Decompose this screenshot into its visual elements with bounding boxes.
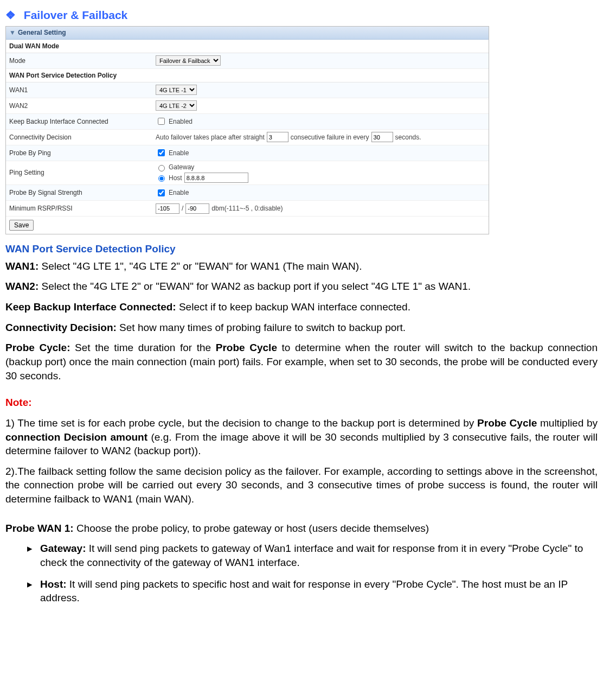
settings-panel: ▼General Setting Dual WAN Mode Mode Fail… [5, 26, 489, 234]
probe-ping-label: Probe By Ping [9, 149, 156, 157]
wan1-label: WAN1 [9, 86, 156, 94]
gw-lead: Gateway: [40, 543, 86, 554]
probe-list: ▸ Gateway: It will send ping packets to … [27, 542, 598, 605]
panel-title: General Setting [18, 29, 66, 36]
wan1-para: WAN1: Select "4G LTE 1", "4G LTE 2" or "… [5, 259, 598, 273]
mode-select[interactable]: Failover & Failback [156, 55, 221, 66]
enabled-text: Enabled [169, 117, 193, 126]
conn-decision-para: Connectivity Decision: Set how many time… [5, 321, 598, 335]
keep-backup-label: Keep Backup Interface Connected [9, 117, 156, 126]
note-2: 2).The failback setting follow the same … [5, 464, 598, 506]
wan1-body: Select "4G LTE 1", "4G LTE 2" or "EWAN" … [39, 260, 362, 272]
conn-decision-label: Connectivity Decision [9, 133, 156, 142]
rsrp-input-b[interactable] [185, 203, 209, 214]
ping-gateway-radio[interactable] [158, 165, 165, 171]
triangle-icon: ▸ [27, 542, 40, 569]
probe-ping-checkbox[interactable] [158, 149, 165, 156]
wan2-body: Select the "4G LTE 2" or "EWAN" for WAN2… [39, 281, 471, 292]
probe-signal-label: Probe By Signal Strength [9, 188, 156, 197]
keep-backup-checkbox[interactable] [158, 118, 165, 125]
wan1-select[interactable]: 4G LTE -1 [156, 85, 197, 95]
pw1-body: Choose the probe policy, to probe gatewa… [74, 523, 429, 534]
conn-dec-pre: Auto failover takes place after straight [156, 133, 265, 142]
pc-lead: Probe Cycle: [5, 342, 70, 353]
conn-dec-post: seconds. [395, 133, 421, 142]
pc-pre: Set the time duration for the [70, 342, 215, 353]
panel-header: ▼General Setting [6, 27, 489, 39]
host-text: Host [169, 174, 182, 182]
collapse-icon[interactable]: ▼ [9, 29, 16, 36]
wan2-para: WAN2: Select the "4G LTE 2" or "EWAN" fo… [5, 279, 598, 294]
pw1-lead: Probe WAN 1: [5, 523, 74, 534]
conn-dec-count-input[interactable] [267, 132, 288, 142]
note1-pre: 1) The time set is for each probe cycle,… [5, 417, 477, 429]
section-heading: ❖ Failover & Failback [5, 8, 598, 23]
triangle-icon: ▸ [27, 577, 40, 605]
host-input[interactable] [184, 173, 248, 183]
host-body: It will send ping packets to specific ho… [40, 578, 568, 604]
gw-body: It will send ping packets to gateway of … [40, 543, 583, 568]
wan2-lead: WAN2: [5, 281, 39, 292]
note1-b2: connection Decision amount [5, 431, 147, 443]
rsrp-unit: dbm(-111~-5 , 0:disable) [211, 204, 283, 213]
ping-setting-label: Ping Setting [9, 168, 156, 177]
dual-wan-mode-title: Dual WAN Mode [6, 40, 489, 53]
ping-host-radio[interactable] [158, 175, 165, 182]
heading-text: Failover & Failback [24, 9, 127, 21]
wan2-select[interactable]: 4G LTE -2 [156, 100, 197, 111]
pc-mid-bold: Probe Cycle [216, 342, 277, 353]
enable-text-1: Enable [169, 149, 189, 157]
list-item: ▸ Gateway: It will send ping packets to … [27, 542, 598, 569]
gateway-text: Gateway [169, 163, 194, 171]
probe-wan1-para: Probe WAN 1: Choose the probe policy, to… [5, 521, 598, 536]
host-lead: Host: [40, 578, 67, 590]
note-label: Note: [5, 396, 598, 410]
note1-mid: multiplied by [537, 417, 598, 429]
slash: / [182, 204, 183, 213]
mode-label: Mode [9, 56, 156, 65]
kbic-body: Select if to keep backup WAN interface c… [176, 301, 410, 313]
policy-heading: WAN Port Service Detection Policy [5, 242, 598, 256]
note1-b1: Probe Cycle [477, 417, 537, 429]
keep-backup-para: Keep Backup Interface Connected: Select … [5, 300, 598, 314]
cd-body: Set how many times of probing failure to… [117, 322, 406, 333]
kbic-lead: Keep Backup Interface Connected: [5, 301, 176, 313]
note-1: 1) The time set is for each probe cycle,… [5, 416, 598, 458]
policy-title: WAN Port Service Detection Policy [6, 69, 489, 82]
rsrp-input-a[interactable] [156, 203, 179, 214]
probe-signal-checkbox[interactable] [158, 189, 165, 196]
wan2-label: WAN2 [9, 101, 156, 110]
save-button[interactable]: Save [9, 220, 34, 231]
cd-lead: Connectivity Decision: [5, 322, 117, 333]
probe-cycle-para: Probe Cycle: Set the time duration for t… [5, 341, 598, 383]
wan1-lead: WAN1: [5, 260, 39, 272]
conn-dec-mid: consecutive failure in every [291, 133, 369, 142]
enable-text-2: Enable [169, 188, 189, 197]
diamond-icon: ❖ [5, 8, 21, 23]
conn-dec-seconds-input[interactable] [371, 132, 393, 142]
list-item: ▸ Host: It will send ping packets to spe… [27, 577, 598, 605]
min-rsrp-label: Minimum RSRP/RSSI [9, 204, 156, 213]
